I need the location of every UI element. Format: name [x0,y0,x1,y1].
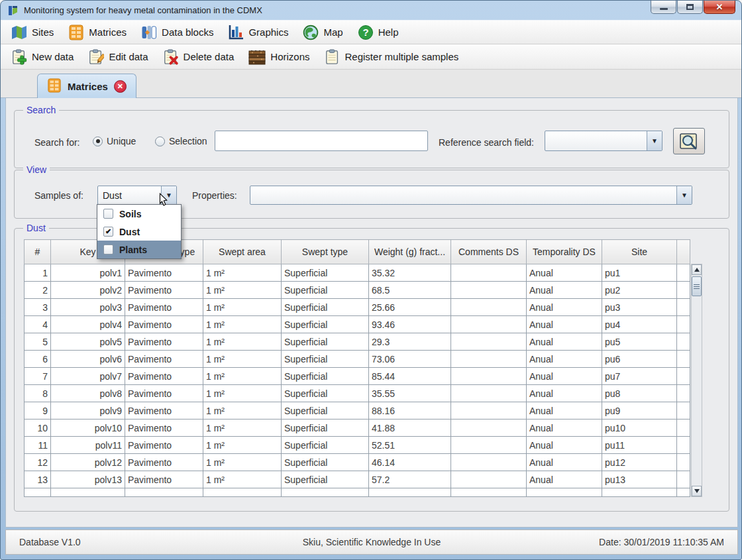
table-cell[interactable]: polv11 [51,437,125,454]
table-cell[interactable] [451,454,527,471]
toolbar-button-new-data[interactable]: New data [5,46,80,68]
table-cell[interactable]: polv12 [51,454,125,471]
table-cell[interactable]: Anual [527,454,602,471]
table-cell[interactable]: polv1 [51,264,125,282]
column-header-weight-g-fract-[interactable]: Weight (g) fract... [369,240,451,264]
table-cell[interactable]: 1 m² [203,454,282,471]
table-cell[interactable]: 35.32 [369,264,451,282]
vertical-scrollbar[interactable] [691,264,702,497]
menu-item-map[interactable]: Map [296,23,349,42]
table-cell[interactable]: 1 m² [203,299,282,316]
table-cell[interactable]: 1 m² [203,402,282,420]
checkbox-checked-icon[interactable]: ✔ [103,227,113,237]
table-cell[interactable]: Superficial [282,299,369,316]
table-cell[interactable]: Superficial [282,471,369,488]
table-cell[interactable] [451,368,527,385]
table-cell[interactable]: 1 m² [203,471,282,488]
column-header-site[interactable]: Site [602,240,677,264]
scrollbar-thumb[interactable] [692,276,702,296]
menu-item-help[interactable]: ?Help [351,23,405,42]
table-cell[interactable]: Anual [527,351,602,368]
table-cell[interactable] [677,454,690,471]
table-cell[interactable]: Anual [527,299,602,316]
menu-item-graphics[interactable]: Graphics [221,23,295,42]
dropdown-item-dust[interactable]: ✔Dust [97,223,181,241]
table-cell[interactable]: Pavimento [125,333,203,351]
search-input[interactable] [215,131,428,151]
table-row[interactable]: 10polv10Pavimento1 m²Superficial41.88Anu… [25,420,690,437]
close-button[interactable]: ✕ [704,1,735,14]
table-cell[interactable]: 4 [25,316,51,333]
table-cell[interactable] [677,299,690,316]
table-cell[interactable]: Anual [527,282,602,299]
table-cell[interactable]: pu1 [602,264,677,282]
search-button[interactable] [673,128,705,154]
table-cell[interactable]: Anual [527,333,602,351]
table-cell[interactable]: 6 [25,351,51,368]
table-cell[interactable]: Anual [527,471,602,488]
tab-close-button[interactable]: ✕ [114,80,127,93]
table-cell[interactable] [451,333,527,351]
table-cell[interactable]: Pavimento [125,385,203,402]
table-cell[interactable]: Pavimento [125,264,203,282]
table-cell[interactable] [451,385,527,402]
table-cell[interactable]: polv10 [51,420,125,437]
column-header--[interactable]: # [25,240,51,264]
table-cell[interactable]: 1 m² [203,437,282,454]
table-cell[interactable] [451,420,527,437]
table-cell[interactable] [451,402,527,420]
table-cell[interactable]: Pavimento [125,368,203,385]
table-cell[interactable] [677,368,690,385]
table-cell[interactable]: Anual [527,420,602,437]
table-row[interactable]: 7polv7Pavimento1 m²Superficial85.44Anual… [25,368,690,385]
table-cell[interactable]: Anual [527,316,602,333]
table-cell[interactable]: Pavimento [125,471,203,488]
table-row[interactable]: 1polv1Pavimento1 m²Superficial35.32Anual… [25,264,690,282]
table-cell[interactable]: 1 m² [203,316,282,333]
table-cell[interactable]: 29.3 [369,333,451,351]
table-cell[interactable]: 25.66 [369,299,451,316]
table-cell[interactable]: Pavimento [125,402,203,420]
table-cell[interactable]: 85.44 [369,368,451,385]
table-cell[interactable]: 5 [25,333,51,351]
column-header-blank[interactable] [677,240,690,264]
table-cell[interactable]: 68.5 [369,282,451,299]
table-cell[interactable]: 35.55 [369,385,451,402]
table-cell[interactable]: Anual [527,385,602,402]
table-cell[interactable]: Superficial [282,264,369,282]
table-cell[interactable] [451,351,527,368]
table-cell[interactable]: Pavimento [125,454,203,471]
checkbox-unchecked-icon[interactable] [103,209,113,219]
table-cell[interactable]: 88.16 [369,402,451,420]
tab-matrices[interactable]: Matrices ✕ [37,74,136,98]
minimize-button[interactable] [651,1,676,14]
table-cell[interactable]: pu8 [602,385,677,402]
table-cell[interactable]: Superficial [282,385,369,402]
table-cell[interactable]: 41.88 [369,420,451,437]
reference-search-combobox[interactable]: ▼ [545,131,662,151]
table-cell[interactable]: pu4 [602,316,677,333]
table-row[interactable]: 5polv5Pavimento1 m²Superficial29.3Anualp… [25,333,690,351]
table-cell[interactable]: 2 [25,282,51,299]
table-cell[interactable]: polv8 [51,385,125,402]
table-cell[interactable] [451,437,527,454]
table-cell[interactable]: polv3 [51,299,125,316]
menu-item-matrices[interactable]: Matrices [62,23,133,42]
table-cell[interactable] [677,333,690,351]
menu-item-sites[interactable]: Sites [5,23,60,42]
toolbar-button-edit-data[interactable]: Edit data [81,46,154,68]
table-cell[interactable]: 57.2 [369,471,451,488]
table-cell[interactable]: Pavimento [125,316,203,333]
table-cell[interactable]: 1 m² [203,264,282,282]
dropdown-item-plants[interactable]: Plants [97,241,181,258]
table-cell[interactable]: 3 [25,299,51,316]
table-cell[interactable]: 52.51 [369,437,451,454]
table-cell[interactable]: 1 m² [203,282,282,299]
table-row[interactable]: 13polv13Pavimento1 m²Superficial57.2Anua… [25,471,690,488]
table-cell[interactable] [451,316,527,333]
column-header-comments-ds[interactable]: Comments DS [451,240,527,264]
column-header-temporality-ds[interactable]: Temporality DS [527,240,602,264]
table-row[interactable]: 9polv9Pavimento1 m²Superficial88.16Anual… [25,402,690,420]
menu-item-data-blocks[interactable]: Data blocks [134,23,220,42]
table-cell[interactable]: Superficial [282,437,369,454]
